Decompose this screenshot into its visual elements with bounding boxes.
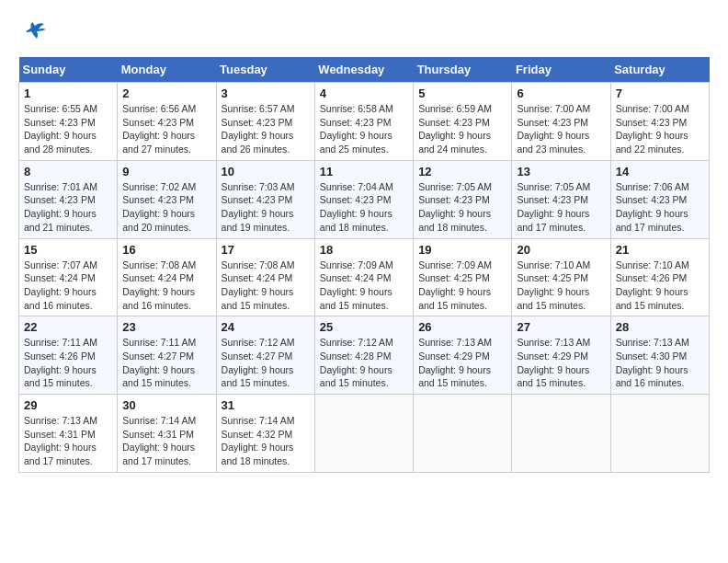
calendar-cell: 21Sunrise: 7:10 AM Sunset: 4:26 PM Dayli… bbox=[610, 238, 709, 316]
day-info: Sunrise: 7:14 AM Sunset: 4:31 PM Dayligh… bbox=[122, 414, 210, 468]
day-info: Sunrise: 7:00 AM Sunset: 4:23 PM Dayligh… bbox=[517, 102, 605, 156]
calendar-cell: 29Sunrise: 7:13 AM Sunset: 4:31 PM Dayli… bbox=[19, 395, 118, 473]
day-info: Sunrise: 6:59 AM Sunset: 4:23 PM Dayligh… bbox=[418, 102, 506, 156]
weekday-header-saturday: Saturday bbox=[610, 57, 709, 83]
day-info: Sunrise: 7:02 AM Sunset: 4:23 PM Dayligh… bbox=[122, 180, 210, 235]
calendar-week-row: 22Sunrise: 7:11 AM Sunset: 4:26 PM Dayli… bbox=[19, 316, 710, 395]
day-info: Sunrise: 7:08 AM Sunset: 4:24 PM Dayligh… bbox=[122, 259, 210, 313]
calendar-cell: 2Sunrise: 6:56 AM Sunset: 4:23 PM Daylig… bbox=[118, 83, 216, 161]
day-number: 20 bbox=[517, 243, 605, 257]
calendar-cell: 17Sunrise: 7:08 AM Sunset: 4:24 PM Dayli… bbox=[216, 238, 314, 316]
day-number: 6 bbox=[517, 86, 605, 100]
day-number: 29 bbox=[24, 398, 112, 412]
calendar-cell: 22Sunrise: 7:11 AM Sunset: 4:26 PM Dayli… bbox=[19, 316, 118, 395]
day-number: 12 bbox=[418, 165, 506, 178]
calendar-cell: 13Sunrise: 7:05 AM Sunset: 4:23 PM Dayli… bbox=[512, 160, 610, 238]
day-number: 16 bbox=[122, 243, 210, 257]
day-number: 19 bbox=[418, 243, 506, 257]
calendar-cell: 27Sunrise: 7:13 AM Sunset: 4:29 PM Dayli… bbox=[512, 316, 610, 395]
day-info: Sunrise: 7:12 AM Sunset: 4:28 PM Dayligh… bbox=[320, 336, 408, 390]
calendar-cell: 8Sunrise: 7:01 AM Sunset: 4:23 PM Daylig… bbox=[19, 160, 118, 238]
day-info: Sunrise: 7:09 AM Sunset: 4:24 PM Dayligh… bbox=[320, 259, 408, 313]
calendar-cell: 25Sunrise: 7:12 AM Sunset: 4:28 PM Dayli… bbox=[314, 316, 413, 395]
day-info: Sunrise: 7:07 AM Sunset: 4:24 PM Dayligh… bbox=[24, 259, 112, 313]
day-number: 15 bbox=[24, 243, 112, 257]
calendar-cell: 10Sunrise: 7:03 AM Sunset: 4:23 PM Dayli… bbox=[216, 160, 314, 238]
day-info: Sunrise: 7:04 AM Sunset: 4:23 PM Dayligh… bbox=[320, 180, 408, 235]
day-number: 23 bbox=[122, 320, 210, 334]
calendar-cell: 6Sunrise: 7:00 AM Sunset: 4:23 PM Daylig… bbox=[512, 83, 610, 161]
day-number: 7 bbox=[616, 86, 704, 100]
calendar-cell: 4Sunrise: 6:58 AM Sunset: 4:23 PM Daylig… bbox=[314, 83, 413, 161]
day-number: 14 bbox=[616, 165, 704, 178]
day-number: 22 bbox=[24, 320, 112, 334]
day-number: 5 bbox=[418, 86, 506, 100]
weekday-header-monday: Monday bbox=[118, 57, 216, 83]
calendar-cell: 23Sunrise: 7:11 AM Sunset: 4:27 PM Dayli… bbox=[118, 316, 216, 395]
day-info: Sunrise: 7:13 AM Sunset: 4:30 PM Dayligh… bbox=[616, 336, 704, 390]
day-info: Sunrise: 7:00 AM Sunset: 4:23 PM Dayligh… bbox=[616, 102, 704, 156]
calendar-week-row: 29Sunrise: 7:13 AM Sunset: 4:31 PM Dayli… bbox=[19, 395, 710, 473]
day-info: Sunrise: 7:10 AM Sunset: 4:25 PM Dayligh… bbox=[517, 259, 605, 313]
calendar-cell bbox=[512, 395, 610, 473]
day-info: Sunrise: 7:01 AM Sunset: 4:23 PM Dayligh… bbox=[24, 180, 112, 235]
calendar-cell: 30Sunrise: 7:14 AM Sunset: 4:31 PM Dayli… bbox=[118, 395, 216, 473]
day-info: Sunrise: 7:10 AM Sunset: 4:26 PM Dayligh… bbox=[616, 259, 704, 313]
calendar-week-row: 8Sunrise: 7:01 AM Sunset: 4:23 PM Daylig… bbox=[19, 160, 710, 238]
day-info: Sunrise: 7:14 AM Sunset: 4:32 PM Dayligh… bbox=[222, 414, 310, 468]
calendar-week-row: 1Sunrise: 6:55 AM Sunset: 4:23 PM Daylig… bbox=[19, 83, 710, 161]
calendar-cell: 28Sunrise: 7:13 AM Sunset: 4:30 PM Dayli… bbox=[610, 316, 709, 395]
day-info: Sunrise: 7:13 AM Sunset: 4:29 PM Dayligh… bbox=[517, 336, 605, 390]
day-info: Sunrise: 6:55 AM Sunset: 4:23 PM Dayligh… bbox=[24, 102, 112, 156]
day-number: 11 bbox=[320, 165, 408, 178]
calendar-table: SundayMondayTuesdayWednesdayThursdayFrid… bbox=[18, 57, 710, 473]
day-number: 17 bbox=[222, 243, 310, 257]
day-info: Sunrise: 6:57 AM Sunset: 4:23 PM Dayligh… bbox=[222, 102, 310, 156]
calendar-cell bbox=[414, 395, 512, 473]
day-info: Sunrise: 7:09 AM Sunset: 4:25 PM Dayligh… bbox=[418, 259, 506, 313]
weekday-header-sunday: Sunday bbox=[19, 57, 118, 83]
day-number: 10 bbox=[222, 165, 310, 178]
day-info: Sunrise: 6:58 AM Sunset: 4:23 PM Dayligh… bbox=[320, 102, 408, 156]
day-number: 9 bbox=[122, 165, 210, 178]
day-number: 31 bbox=[222, 398, 310, 412]
calendar-cell bbox=[314, 395, 413, 473]
calendar-cell: 24Sunrise: 7:12 AM Sunset: 4:27 PM Dayli… bbox=[216, 316, 314, 395]
weekday-header-thursday: Thursday bbox=[414, 57, 512, 83]
calendar-cell: 14Sunrise: 7:06 AM Sunset: 4:23 PM Dayli… bbox=[610, 160, 709, 238]
day-number: 30 bbox=[122, 398, 210, 412]
day-info: Sunrise: 7:12 AM Sunset: 4:27 PM Dayligh… bbox=[222, 336, 310, 390]
day-number: 24 bbox=[222, 320, 310, 334]
day-info: Sunrise: 7:11 AM Sunset: 4:27 PM Dayligh… bbox=[122, 336, 210, 390]
day-number: 21 bbox=[616, 243, 704, 257]
calendar-cell: 7Sunrise: 7:00 AM Sunset: 4:23 PM Daylig… bbox=[610, 83, 709, 161]
day-info: Sunrise: 7:05 AM Sunset: 4:23 PM Dayligh… bbox=[418, 180, 506, 235]
day-number: 4 bbox=[320, 86, 408, 100]
weekday-header-tuesday: Tuesday bbox=[216, 57, 314, 83]
day-info: Sunrise: 7:03 AM Sunset: 4:23 PM Dayligh… bbox=[222, 180, 310, 235]
day-number: 8 bbox=[24, 165, 112, 178]
calendar-cell: 15Sunrise: 7:07 AM Sunset: 4:24 PM Dayli… bbox=[19, 238, 118, 316]
calendar-cell: 12Sunrise: 7:05 AM Sunset: 4:23 PM Dayli… bbox=[414, 160, 512, 238]
logo-icon bbox=[18, 18, 48, 48]
day-number: 25 bbox=[320, 320, 408, 334]
day-number: 1 bbox=[24, 86, 112, 100]
day-number: 18 bbox=[320, 243, 408, 257]
calendar-cell: 5Sunrise: 6:59 AM Sunset: 4:23 PM Daylig… bbox=[414, 83, 512, 161]
calendar-cell: 20Sunrise: 7:10 AM Sunset: 4:25 PM Dayli… bbox=[512, 238, 610, 316]
calendar-cell: 1Sunrise: 6:55 AM Sunset: 4:23 PM Daylig… bbox=[19, 83, 118, 161]
weekday-header-wednesday: Wednesday bbox=[314, 57, 413, 83]
calendar-week-row: 15Sunrise: 7:07 AM Sunset: 4:24 PM Dayli… bbox=[19, 238, 710, 316]
calendar-cell: 26Sunrise: 7:13 AM Sunset: 4:29 PM Dayli… bbox=[414, 316, 512, 395]
day-number: 2 bbox=[122, 86, 210, 100]
day-info: Sunrise: 7:13 AM Sunset: 4:31 PM Dayligh… bbox=[24, 414, 112, 468]
day-number: 28 bbox=[616, 320, 704, 334]
day-number: 13 bbox=[517, 165, 605, 178]
logo bbox=[18, 18, 51, 48]
day-info: Sunrise: 7:06 AM Sunset: 4:23 PM Dayligh… bbox=[616, 180, 704, 235]
calendar-cell: 16Sunrise: 7:08 AM Sunset: 4:24 PM Dayli… bbox=[118, 238, 216, 316]
calendar-cell: 3Sunrise: 6:57 AM Sunset: 4:23 PM Daylig… bbox=[216, 83, 314, 161]
calendar-cell: 19Sunrise: 7:09 AM Sunset: 4:25 PM Dayli… bbox=[414, 238, 512, 316]
calendar-cell bbox=[610, 395, 709, 473]
day-info: Sunrise: 7:13 AM Sunset: 4:29 PM Dayligh… bbox=[418, 336, 506, 390]
